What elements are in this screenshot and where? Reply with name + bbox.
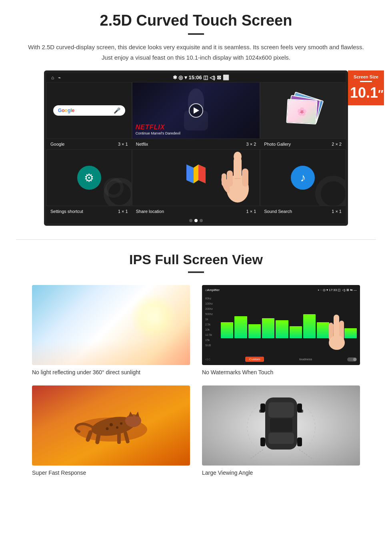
- svg-point-21: [110, 423, 113, 426]
- share-content: [132, 150, 260, 206]
- netflix-figure: NETFLIX Continue Marvel's Daredevil: [132, 82, 260, 138]
- cancel-icon: ⊠: [217, 74, 221, 80]
- feature-car: Large Viewing Angle: [202, 385, 360, 476]
- status-bar: ⌂ ⌁ ✱ ◎ ▾ 15:06 ◫ ◁) ⊠ ⬜: [46, 73, 346, 82]
- svg-point-22: [116, 426, 118, 429]
- app-name-share: Share location: [136, 209, 164, 214]
- section1-title: 2.5D Curved Touch Screen: [24, 12, 368, 29]
- status-bar-left: ⌂ ⌁: [51, 75, 61, 80]
- svg-rect-32: [268, 433, 294, 444]
- feature-image-watermarks: ⌂Amplifier ▪ ·· ◎ ▾ 17:33 ◫ ◁) ⊠ ⇆ — 60h…: [202, 285, 360, 365]
- svg-rect-7: [242, 169, 248, 187]
- netflix-logo-text: NETFLIX: [136, 124, 257, 131]
- settings-content: ⚙: [47, 150, 132, 206]
- svg-rect-12: [334, 315, 339, 339]
- netflix-subtitle: Continue Marvel's Daredevil: [136, 131, 257, 135]
- svg-rect-27: [117, 433, 121, 444]
- feature-caption-cheetah: Super Fast Response: [32, 470, 190, 476]
- svg-rect-33: [270, 418, 292, 432]
- app-cell-google[interactable]: Google 🎤: [46, 82, 132, 139]
- badge-underline: [360, 81, 372, 82]
- app-size-netflix: 3 × 2: [246, 142, 256, 147]
- amplifier-image: ⌂Amplifier ▪ ·· ◎ ▾ 17:33 ◫ ◁) ⊠ ⇆ — 60h…: [202, 285, 360, 365]
- google-search-bar[interactable]: Google 🎤: [53, 105, 125, 116]
- section1-description: With 2.5D curved-display screen, this de…: [24, 42, 368, 62]
- title-underline: [188, 33, 204, 35]
- app-grid-top: Google 🎤: [46, 82, 346, 139]
- time: 15:06: [189, 74, 202, 80]
- nav-dot-3[interactable]: [200, 219, 203, 222]
- svg-point-6: [234, 152, 242, 161]
- app-name-google: Google: [50, 142, 64, 147]
- app-cell-settings[interactable]: ⚙: [46, 149, 132, 206]
- svg-marker-19: [128, 411, 133, 417]
- svg-line-41: [299, 450, 313, 460]
- screen-size-label: Screen Size: [350, 74, 382, 79]
- sound-content: ♪: [260, 150, 345, 206]
- svg-marker-3: [198, 165, 206, 183]
- app-size-gallery: 2 × 2: [332, 142, 342, 147]
- nav-dots: [46, 217, 346, 223]
- app-name-settings: Settings shortcut: [50, 209, 83, 214]
- app-name-sound: Sound Search: [264, 209, 292, 214]
- app-name-netflix: Netflix: [136, 142, 148, 147]
- app-cell-gallery[interactable]: 🌸: [260, 82, 346, 139]
- google-app-content: Google 🎤: [47, 82, 132, 138]
- svg-rect-37: [297, 403, 302, 412]
- maps-icon: [186, 165, 206, 191]
- feature-image-sunlight: [32, 285, 190, 365]
- location-icon: ◎: [178, 74, 183, 80]
- wifi-icon: ▾: [184, 74, 187, 80]
- photo-card-3: 🌸: [286, 99, 318, 124]
- section2-underline: [188, 271, 204, 273]
- bt-icon: ✱: [173, 74, 177, 80]
- app-label-sound: Sound Search 1 × 1: [260, 208, 346, 215]
- app-name-gallery: Photo Gallery: [264, 142, 291, 147]
- feature-cheetah: Super Fast Response: [32, 385, 190, 476]
- svg-rect-39: [297, 438, 302, 446]
- netflix-app-content: NETFLIX Continue Marvel's Daredevil: [132, 82, 260, 138]
- app-cell-sound[interactable]: ♪: [260, 149, 346, 206]
- svg-rect-36: [260, 403, 265, 412]
- feature-caption-watermarks: No Watermarks When Touch: [202, 369, 360, 375]
- status-bar-center: ✱ ◎ ▾ 15:06 ◫ ◁) ⊠ ⬜: [173, 74, 229, 80]
- cheetah-image: [32, 385, 190, 466]
- nav-dot-2[interactable]: [194, 219, 198, 222]
- app-label-gallery: Photo Gallery 2 × 2: [260, 141, 346, 148]
- svg-point-15: [329, 335, 345, 350]
- home-icon[interactable]: ⌂: [51, 75, 54, 80]
- app-size-sound: 1 × 1: [332, 209, 342, 214]
- svg-marker-20: [135, 411, 139, 417]
- car-image: [202, 385, 360, 466]
- feature-image-cheetah: [32, 385, 190, 466]
- screen-size-badge: Screen Size 10.1″: [348, 70, 384, 105]
- app-size-google: 3 × 1: [118, 142, 128, 147]
- netflix-play-button[interactable]: [189, 103, 203, 118]
- section2-title: IPS Full Screen View: [24, 252, 368, 267]
- google-logo: Google: [58, 108, 74, 113]
- section-ips: IPS Full Screen View No light reflecting…: [0, 240, 392, 484]
- usb-icon: ⌁: [58, 75, 61, 80]
- sunlight-image: [32, 285, 190, 365]
- app-cell-share[interactable]: [132, 149, 260, 206]
- svg-point-24: [106, 428, 108, 430]
- app-labels-top: Google 3 × 1 Netflix 3 × 2 Photo Gallery…: [46, 139, 346, 149]
- svg-marker-2: [186, 165, 194, 183]
- section-curved-screen: 2.5D Curved Touch Screen With 2.5D curve…: [0, 0, 392, 227]
- feature-caption-sunlight: No light reflecting under 360° direct su…: [32, 369, 190, 375]
- pointing-hand: [220, 150, 256, 206]
- nav-dot-1[interactable]: [189, 219, 192, 222]
- feature-image-car: [202, 385, 360, 466]
- feature-caption-car: Large Viewing Angle: [202, 470, 360, 476]
- svg-point-23: [120, 422, 122, 425]
- screen-size-value: 10.1″: [350, 84, 382, 101]
- mic-icon[interactable]: 🎤: [114, 107, 120, 114]
- app-cell-netflix[interactable]: NETFLIX Continue Marvel's Daredevil: [132, 82, 260, 139]
- app-label-share: Share location 1 × 1: [132, 208, 260, 215]
- feature-watermarks: ⌂Amplifier ▪ ·· ◎ ▾ 17:33 ◫ ◁) ⊠ ⇆ — 60h…: [202, 285, 360, 375]
- app-label-netflix: Netflix 3 × 2: [132, 141, 260, 148]
- window-icon: ⬜: [223, 74, 229, 80]
- svg-rect-38: [260, 438, 265, 446]
- camera-icon: ◫: [203, 74, 208, 80]
- settings-icon: ⚙: [77, 166, 101, 190]
